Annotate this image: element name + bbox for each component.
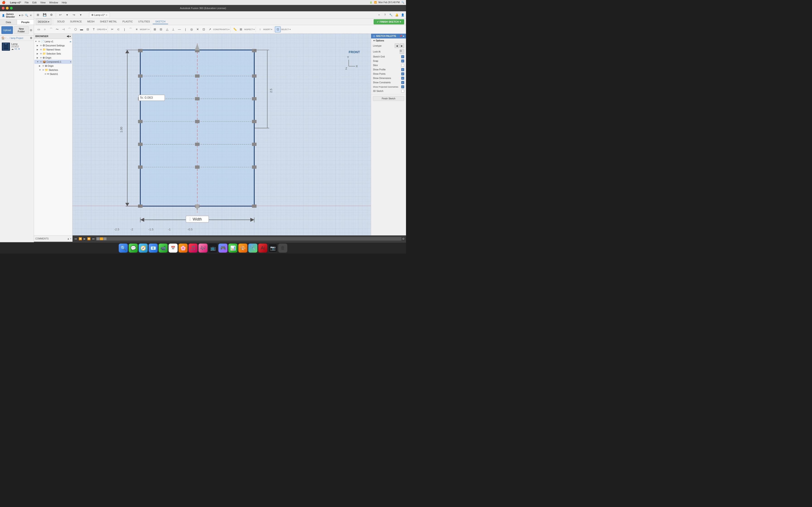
- vertical-button[interactable]: |: [183, 26, 189, 33]
- expand-icon[interactable]: ▼: [35, 40, 38, 43]
- settings-icon[interactable]: ⚙: [30, 26, 33, 34]
- insert-button[interactable]: ↑: [257, 26, 263, 33]
- tab-surface[interactable]: SURFACE: [67, 19, 85, 24]
- tree-item-document-settings[interactable]: ▶ 👁 ⚙ Document Settings: [35, 44, 72, 48]
- finish-sketch-palette-button[interactable]: Finish Sketch: [373, 96, 404, 101]
- dock-messages-icon[interactable]: 💬: [129, 243, 138, 252]
- tree-item-origin[interactable]: ▶ 👁 ⊕ Origin: [35, 56, 72, 60]
- spline-tool-button[interactable]: 〜: [54, 26, 60, 33]
- document-tab[interactable]: Lamp v1* ✕: [89, 12, 110, 17]
- offset-button[interactable]: ≡: [134, 26, 140, 33]
- dock-facetime-icon[interactable]: 📹: [159, 243, 168, 252]
- show-projected-checkbox[interactable]: [401, 85, 404, 88]
- dock-tv-icon[interactable]: 📺: [208, 243, 217, 252]
- show-constraints-checkbox[interactable]: [401, 81, 404, 84]
- eye-icon[interactable]: 👁: [40, 53, 42, 55]
- timeline-start-button[interactable]: ⏮: [74, 237, 78, 241]
- minimize-window-button[interactable]: [6, 7, 9, 9]
- dock-trash-icon[interactable]: 🗑: [278, 243, 287, 252]
- breadcrumb-project[interactable]: lamp Project: [11, 37, 23, 39]
- dock-facetime2-icon[interactable]: 📷: [268, 243, 277, 252]
- timeline-item-sketch[interactable]: [100, 237, 103, 240]
- extension-icon[interactable]: 🔧: [388, 12, 393, 17]
- dock-arcade-icon[interactable]: 🎮: [218, 243, 227, 252]
- polygon-button[interactable]: ⬡: [72, 26, 79, 33]
- eye-icon[interactable]: 👁: [38, 40, 40, 43]
- timeline-settings-icon[interactable]: ⚙: [402, 237, 405, 240]
- close-window-button[interactable]: [2, 7, 5, 9]
- tab-solid[interactable]: SOLID: [54, 19, 67, 24]
- fillet-button[interactable]: ⌒: [128, 26, 134, 33]
- user-dropdown-icon[interactable]: ▾: [19, 14, 20, 17]
- dock-finder-icon[interactable]: 🔍: [119, 243, 128, 252]
- collinear-button[interactable]: ⊟: [158, 26, 164, 33]
- upload-button[interactable]: Upload: [1, 26, 13, 34]
- rectangle-button[interactable]: ▬: [79, 26, 85, 33]
- browser-expand-icon[interactable]: ▸: [69, 35, 71, 38]
- tab-utilities[interactable]: UTILITIES: [136, 19, 152, 24]
- snap-checkbox[interactable]: [401, 60, 404, 62]
- close-sidebar-icon[interactable]: ✕: [30, 14, 32, 17]
- timeline-next-button[interactable]: ⏩: [87, 237, 91, 241]
- dock-calendar-icon[interactable]: 📅: [168, 243, 177, 252]
- inspect-grid-button[interactable]: ⊞: [238, 26, 244, 33]
- eye-icon[interactable]: 👁: [40, 61, 42, 63]
- undo-button[interactable]: ↩: [57, 12, 63, 18]
- show-profile-checkbox[interactable]: [401, 68, 404, 71]
- trim-button[interactable]: ✂: [109, 26, 115, 33]
- break-button[interactable]: |: [121, 26, 127, 33]
- timeline-play-button[interactable]: ▶: [83, 237, 86, 241]
- save-button[interactable]: 💾: [42, 12, 48, 18]
- extend-button[interactable]: ⊂: [115, 26, 121, 33]
- breadcrumb-settings-icon[interactable]: ⚙: [30, 37, 33, 40]
- midpoint-button[interactable]: ✕: [195, 26, 201, 33]
- new-folder-button[interactable]: New Folder: [14, 26, 29, 34]
- 3d-sketch-checkbox[interactable]: [401, 90, 404, 93]
- expand-icon[interactable]: ▶: [37, 48, 39, 51]
- dock-xcode-icon[interactable]: 🔧: [248, 243, 257, 252]
- expand-icon[interactable]: ▶: [37, 53, 39, 55]
- redo-dropdown-button[interactable]: ▾: [78, 12, 84, 18]
- pin-icon[interactable]: 📌: [399, 35, 402, 37]
- select-button[interactable]: ⊡: [275, 26, 281, 33]
- tab-sheet-metal[interactable]: SHEET METAL: [97, 19, 120, 24]
- tangent-button[interactable]: ↗: [207, 26, 213, 33]
- tab-data[interactable]: Data: [0, 20, 17, 25]
- design-mode-button[interactable]: DESIGN ▾: [36, 18, 51, 25]
- eye-icon[interactable]: 👁: [40, 48, 42, 51]
- maximize-window-button[interactable]: [10, 7, 13, 9]
- tree-item-sketch1[interactable]: 👁 ✏ Sketch1: [35, 72, 72, 76]
- apps-grid-button[interactable]: ⊞: [35, 12, 41, 18]
- show-points-checkbox[interactable]: [401, 72, 404, 75]
- tab-close-icon[interactable]: ✕: [106, 14, 107, 16]
- window-menu[interactable]: Window: [49, 1, 58, 4]
- tree-item-lamp-v1[interactable]: ▼ 👁 📄 Lamp v1 ☁: [35, 39, 72, 44]
- fix-button[interactable]: ⊡: [201, 26, 207, 33]
- timeline-item[interactable]: [103, 237, 106, 240]
- tree-item-component1[interactable]: ▼ 👁 📦 Component1:1 ●: [35, 60, 72, 64]
- inspect-button[interactable]: 📏: [232, 26, 238, 33]
- user-account-icon[interactable]: 👤: [400, 12, 405, 17]
- help-icon[interactable]: ?: [383, 12, 388, 17]
- expand-icon[interactable]: ▶: [37, 44, 39, 47]
- tab-sketch[interactable]: SKETCH: [153, 19, 168, 24]
- timeline-item[interactable]: [97, 237, 100, 240]
- tree-item-sketches[interactable]: ▼ 👁 📁 Sketches: [35, 68, 72, 72]
- arc-tool-button[interactable]: ⌒: [48, 26, 54, 33]
- settings-button[interactable]: ⚙: [48, 12, 54, 18]
- eye-icon[interactable]: 👁: [40, 57, 42, 59]
- file-item[interactable]: Lamp 2/23/22 ☁ V1 ▼: [1, 42, 33, 52]
- undo-dropdown-button[interactable]: ▾: [64, 12, 70, 18]
- expand-icon[interactable]: ▶: [37, 57, 39, 59]
- tree-item-selection-sets[interactable]: ▶ 👁 📁 Selection Sets: [35, 52, 72, 56]
- linetype-prev-button[interactable]: ◀: [395, 44, 399, 48]
- look-at-button[interactable]: ⊡: [400, 49, 404, 54]
- view-menu[interactable]: View: [40, 1, 46, 4]
- notification-icon[interactable]: 🔔: [394, 12, 399, 17]
- dock-music-icon[interactable]: 🎵: [189, 243, 198, 252]
- search-icon[interactable]: 🔍: [401, 1, 404, 4]
- expand-icon[interactable]: ▼: [37, 61, 39, 63]
- dock-adobe-icon[interactable]: Ai: [258, 243, 267, 252]
- palette-expand-icon[interactable]: ▸: [403, 35, 404, 37]
- tab-mesh[interactable]: MESH: [85, 19, 97, 24]
